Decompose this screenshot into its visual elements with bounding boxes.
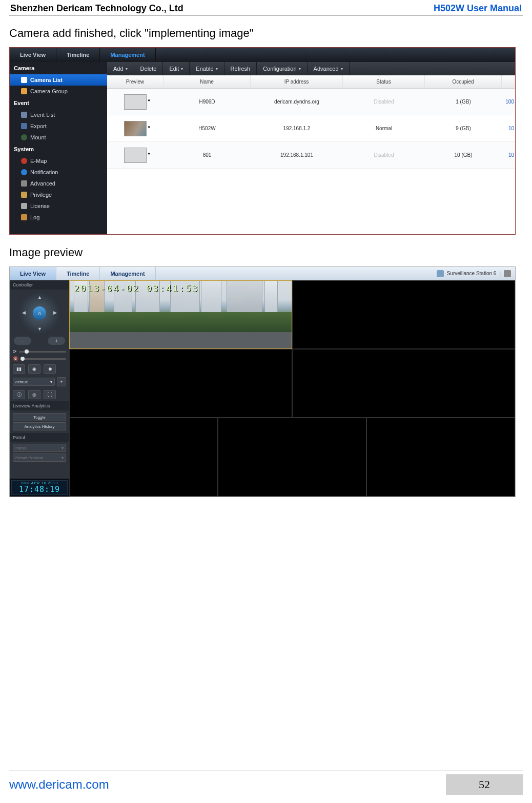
tab-live-view[interactable]: Live View [10, 267, 56, 280]
record-button[interactable]: ⏺ [44, 364, 56, 374]
col-ip[interactable]: IP address [251, 75, 343, 88]
video-cell-1[interactable]: 2013-04-02 03:41:53 [69, 280, 292, 349]
snapshot-button[interactable]: ◉ [28, 364, 40, 374]
zoom-in-button[interactable]: + [48, 337, 65, 345]
clock-time: 17:48:19 [12, 485, 67, 495]
doc-company: Shenzhen Dericam Technology Co., Ltd [10, 3, 183, 14]
video-cell-7[interactable] [366, 418, 515, 497]
video-timestamp: 2013-04-02 03:41:53 [74, 283, 199, 294]
ptz-down-icon[interactable]: ▼ [37, 326, 42, 332]
chevron-down-icon: ▾ [299, 67, 301, 71]
ptz-left-icon[interactable]: ◀ [22, 310, 26, 315]
toolbar-edit[interactable]: Edit▾ [163, 62, 190, 75]
ptz-up-icon[interactable]: ▲ [37, 295, 42, 300]
sidebar-item-license[interactable]: License [10, 200, 107, 212]
camera-group-icon [21, 88, 27, 94]
toolbar-enable[interactable]: Enable▾ [190, 62, 224, 75]
tab-management[interactable]: Management [100, 267, 155, 280]
table-row[interactable]: 801 192.168.1.101 Disabled 10 (GB) 10 [107, 142, 515, 169]
col-occupied[interactable]: Occupied [425, 75, 502, 88]
sidebar-item-mount[interactable]: Mount [10, 132, 107, 143]
tab-live-view[interactable]: Live View [10, 48, 56, 62]
zoom-out-button[interactable]: − [14, 337, 31, 345]
video-cell-5[interactable] [69, 418, 218, 497]
info-button[interactable]: ⓘ [13, 390, 25, 399]
ptz-right-icon[interactable]: ▶ [53, 310, 57, 315]
ptz-pad[interactable]: ▲ ▼ ◀ ▶ ⌂ [19, 293, 60, 334]
toolbar-add[interactable]: Add▾ [107, 62, 134, 75]
sidebar-item-camera-group[interactable]: Camera Group [10, 86, 107, 97]
video-cell-4[interactable] [292, 349, 515, 418]
volume-slider[interactable] [21, 358, 66, 360]
user-icon[interactable] [504, 270, 511, 277]
cell-name: H906D [163, 89, 251, 115]
table-row[interactable]: H906D dericam.dyndns.org Disabled 1 (GB)… [107, 89, 515, 115]
sidebar-item-label: Export [30, 123, 47, 129]
sidebar: Camera Camera List Camera Group Event Ev… [10, 62, 107, 234]
tab-management[interactable]: Management [100, 48, 155, 62]
layout-select[interactable]: default▾ [13, 378, 55, 386]
col-preview[interactable]: Preview [107, 75, 163, 88]
controller-sidebar: Controller ▲ ▼ ◀ ▶ ⌂ − + ⟳ 🔇 [10, 280, 69, 497]
tab-timeline[interactable]: Timeline [56, 48, 100, 62]
section-controller: Controller [10, 280, 69, 290]
table-row[interactable]: H502W 192.168.1.2 Normal 9 (GB) 10 [107, 115, 515, 142]
toolbar-advanced[interactable]: Advanced▾ [308, 62, 350, 75]
cell-ip: 192.168.1.2 [251, 115, 343, 141]
tab-timeline[interactable]: Timeline [56, 267, 100, 280]
sidebar-item-emap[interactable]: E-Map [10, 155, 107, 167]
top-tabs-2: Live View Timeline Management Surveillan… [10, 267, 515, 280]
sidebar-item-label: Mount [30, 134, 46, 140]
sidebar-item-camera-list[interactable]: Camera List [10, 74, 107, 86]
ptz-home-button[interactable]: ⌂ [33, 306, 46, 320]
cell-rest: 10 [502, 115, 515, 141]
col-name[interactable]: Name [163, 75, 251, 88]
layout-add-button[interactable]: + [57, 377, 66, 386]
license-icon [21, 203, 27, 209]
video-cell-3[interactable] [69, 349, 292, 418]
surveillance-station-label: Surveillance Station 6 [447, 271, 497, 276]
toggle-button[interactable]: Toggle [13, 413, 66, 421]
video-cell-6[interactable] [218, 418, 366, 497]
section-patrol: Patrol [10, 433, 69, 442]
chevron-down-icon: ▾ [62, 456, 64, 460]
screenshot-management: Live View Timeline Management Camera Cam… [9, 47, 516, 235]
fullscreen-button[interactable]: ⛶ [44, 390, 56, 399]
chevron-down-icon: ▾ [62, 446, 64, 450]
cell-occupied: 10 (GB) [425, 142, 502, 168]
cell-ip: 192.168.1.101 [251, 142, 343, 168]
sidebar-item-log[interactable]: Log [10, 212, 107, 223]
video-cell-2[interactable] [292, 280, 515, 349]
sidebar-item-label: Camera Group [30, 88, 68, 94]
surveillance-logo-icon [437, 270, 444, 277]
sidebar-item-event-list[interactable]: Event List [10, 109, 107, 120]
col-rest[interactable] [502, 75, 515, 88]
sidebar-item-label: Advanced [30, 180, 55, 187]
cell-occupied: 1 (GB) [425, 89, 502, 115]
pause-button[interactable]: ▮▮ [13, 364, 25, 374]
emap-icon [21, 158, 27, 164]
speed-slider[interactable] [19, 351, 66, 353]
sidebar-item-advanced[interactable]: Advanced [10, 178, 107, 189]
preset-position-select[interactable]: Preset Position▾ [13, 454, 66, 462]
chevron-down-icon: ▾ [50, 380, 52, 384]
sidebar-section-system: System [10, 143, 107, 155]
volume-icon: 🔇 [13, 356, 18, 361]
sidebar-section-camera: Camera [10, 62, 107, 74]
sidebar-item-notification[interactable]: Notification [10, 167, 107, 178]
cell-status: Disabled [343, 142, 425, 168]
patrol-select[interactable]: Patrol▾ [13, 444, 66, 452]
col-status[interactable]: Status [343, 75, 425, 88]
target-button[interactable]: ◎ [28, 390, 40, 399]
toolbar-delete[interactable]: Delete [134, 62, 163, 75]
sidebar-item-label: Log [30, 214, 39, 220]
grid-header: Preview Name IP address Status Occupied [107, 75, 515, 89]
sidebar-item-export[interactable]: Export [10, 120, 107, 132]
tabs-spacer [156, 267, 437, 280]
top-tabs: Live View Timeline Management [10, 48, 515, 62]
sidebar-item-privilege[interactable]: Privilege [10, 189, 107, 200]
toolbar-configuration[interactable]: Configuration▾ [257, 62, 307, 75]
analytics-history-button[interactable]: Analytics History [13, 422, 66, 430]
toolbar-refresh[interactable]: Refresh [224, 62, 257, 75]
speed-icon: ⟳ [13, 349, 17, 354]
